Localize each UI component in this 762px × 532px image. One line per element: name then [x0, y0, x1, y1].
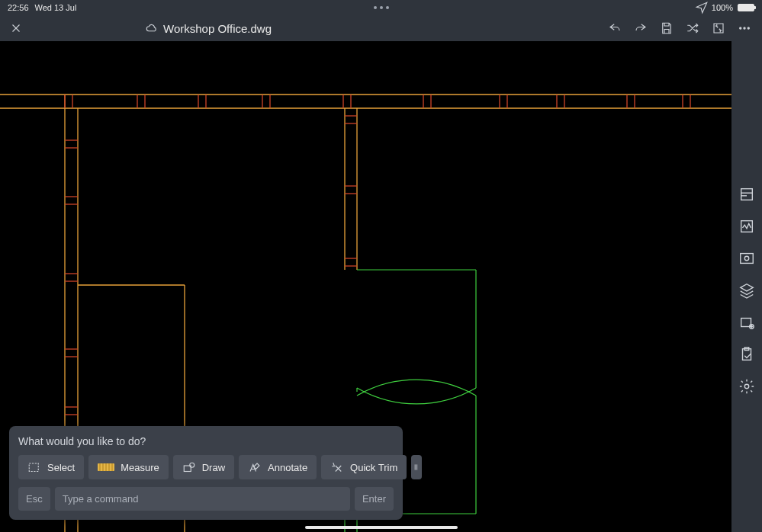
cloud-icon	[145, 21, 159, 35]
ruler-icon	[98, 463, 114, 471]
svg-point-61	[744, 256, 749, 261]
close-icon[interactable]	[9, 21, 23, 35]
quick-trim-icon	[330, 461, 344, 473]
fullscreen-icon[interactable]	[712, 21, 725, 35]
shuffle-icon[interactable]	[686, 21, 699, 35]
command-input[interactable]: Type a command	[55, 487, 350, 511]
battery-icon	[738, 4, 754, 11]
svg-point-2	[748, 27, 749, 29]
measure-button[interactable]: Measure	[88, 455, 169, 479]
svg-point-71	[189, 463, 194, 467]
device-status-bar: 22:56 Wed 13 Jul 100%	[0, 0, 762, 15]
location-icon	[695, 1, 709, 14]
svg-point-0	[740, 27, 741, 29]
svg-rect-69	[29, 463, 38, 472]
annotate-button[interactable]: Annotate	[239, 455, 317, 479]
panel-views-icon[interactable]	[738, 250, 755, 267]
more-icon[interactable]	[738, 21, 751, 35]
clipboard-icon[interactable]	[738, 346, 755, 363]
blocks-icon[interactable]	[738, 314, 755, 331]
battery-percent: 100%	[712, 3, 733, 12]
document-title: Workshop Office.dwg	[163, 22, 272, 35]
status-date: Wed 13 Jul	[35, 3, 77, 12]
redo-icon[interactable]	[634, 21, 648, 35]
svg-rect-56	[741, 189, 753, 200]
draw-button[interactable]: Draw	[173, 455, 234, 479]
save-icon[interactable]	[660, 21, 674, 35]
svg-point-68	[744, 384, 749, 389]
esc-button[interactable]: Esc	[18, 487, 50, 511]
quick-trim-button[interactable]: Quick Trim	[321, 455, 407, 479]
panel-properties-icon[interactable]	[738, 186, 755, 203]
command-panel: What would you like to do? Select Measur…	[9, 426, 403, 520]
annotate-icon	[248, 461, 262, 473]
select-icon	[27, 461, 41, 473]
app-toolbar: Workshop Office.dwg	[0, 15, 762, 41]
multitask-dots[interactable]	[374, 6, 389, 9]
status-time: 22:56	[8, 3, 29, 12]
select-button[interactable]: Select	[18, 455, 84, 479]
svg-rect-60	[741, 254, 754, 264]
panel-activity-icon[interactable]	[738, 218, 755, 235]
layers-icon[interactable]	[738, 282, 755, 299]
draw-icon	[182, 461, 196, 473]
settings-icon[interactable]	[738, 378, 755, 395]
home-indicator[interactable]	[305, 526, 458, 529]
right-sidebar	[731, 41, 762, 532]
panel-prompt: What would you like to do?	[18, 435, 394, 447]
svg-point-1	[744, 27, 745, 29]
more-tools-button[interactable]	[411, 455, 422, 479]
enter-button[interactable]: Enter	[355, 487, 394, 511]
undo-icon[interactable]	[608, 21, 622, 35]
